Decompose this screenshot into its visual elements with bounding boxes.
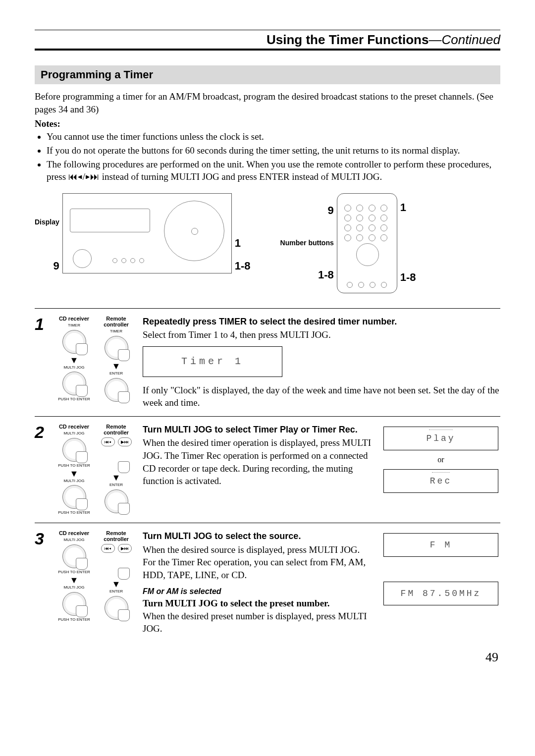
callout-1-8: 1-8 xyxy=(235,260,251,272)
multi-jog-caption: MULTI JOG xyxy=(55,432,93,436)
intro-text: Before programming a timer for an AM/FM … xyxy=(35,90,500,115)
number-buttons-label: Number buttons xyxy=(280,239,334,247)
multi-jog-dial-icon xyxy=(62,438,86,462)
step3-subhead: FM or AM is selected xyxy=(143,586,372,597)
or-label: or xyxy=(437,454,444,465)
page-header: Using the Timer Functions—Continued xyxy=(35,30,500,51)
step2-heading: Turn MULTI JOG to select Timer Play or T… xyxy=(143,424,372,435)
lcd-play: Play xyxy=(383,427,498,450)
cd-receiver-label: CD receiver xyxy=(55,424,93,430)
timer-button-icon xyxy=(62,330,86,354)
remote-controller-label: Remote controller xyxy=(98,530,135,542)
arrow-down-icon: ▼ xyxy=(98,473,135,482)
multi-jog-caption: MULTI JOG xyxy=(55,586,93,590)
enter-button-icon xyxy=(105,596,128,620)
enter-caption: ENTER xyxy=(98,590,135,594)
step1-line1: Select from Timer 1 to 4, then press MUL… xyxy=(143,328,500,341)
callout-1: 1 xyxy=(400,201,416,214)
step3-controls: CD receiver MULTI JOG PUSH TO ENTER ▼ MU… xyxy=(55,530,135,635)
page-title-light: —Continued xyxy=(428,32,500,47)
step3-heading: Turn MULTI JOG to select the source. xyxy=(143,530,372,542)
prev-track-icon: ⏮◀ xyxy=(101,437,115,446)
callout-9: 9 xyxy=(280,204,334,217)
next-track-icon: ▶⏭ xyxy=(118,544,132,553)
prev-track-icon: ⏮◀ xyxy=(101,544,115,553)
callout-9: 9 xyxy=(35,260,59,272)
multi-jog-caption: MULTI JOG xyxy=(55,366,93,370)
multi-jog-caption: MULTI JOG xyxy=(55,538,93,542)
step2-controls: CD receiver MULTI JOG PUSH TO ENTER ▼ MU… xyxy=(55,424,135,516)
enter-button-icon xyxy=(105,378,128,402)
step-number: 1 xyxy=(35,316,48,409)
page-number: 49 xyxy=(35,650,500,665)
enter-caption: ENTER xyxy=(98,483,135,487)
step3-bold-line: Turn MULTI JOG to select the preset numb… xyxy=(143,597,372,610)
push-to-enter-caption: PUSH TO ENTER xyxy=(55,511,93,515)
lcd-rec: Rec xyxy=(383,469,498,493)
step-number: 3 xyxy=(35,530,48,635)
step3-body1: When the desired source is displayed, pr… xyxy=(143,543,372,556)
next-track-icon: ▶⏭ xyxy=(118,437,132,446)
step1-line2: If only "Clock" is displayed, the day of… xyxy=(143,384,500,409)
arrow-down-icon: ▼ xyxy=(55,576,93,585)
multi-jog-dial-icon xyxy=(62,592,86,616)
cd-receiver-label: CD receiver xyxy=(55,530,93,536)
arrow-down-icon: ▼ xyxy=(55,356,93,365)
arrow-down-icon: ▼ xyxy=(98,362,135,371)
callout-1-8: 1-8 xyxy=(400,271,416,284)
arrow-down-icon: ▼ xyxy=(55,469,93,478)
notes-list: You cannot use the timer functions unles… xyxy=(35,130,500,183)
remote-controller-label: Remote controller xyxy=(98,424,135,435)
multi-jog-caption: MULTI JOG xyxy=(55,479,93,484)
timer-caption: TIMER xyxy=(55,324,93,328)
section-heading: Programming a Timer xyxy=(35,65,500,84)
note-item: The following procedures are performed o… xyxy=(47,158,500,183)
diagram-row: Display 9 1 1-8 9 Number buttons 1-8 xyxy=(35,193,500,293)
note-item: You cannot use the timer functions unles… xyxy=(47,130,500,143)
step-3: 3 CD receiver MULTI JOG PUSH TO ENTER ▼ … xyxy=(35,523,500,635)
page-title-bold: Using the Timer Functions xyxy=(267,32,428,47)
enter-button-icon xyxy=(105,489,128,513)
note-item: If you do not operate the buttons for 60… xyxy=(47,144,500,157)
step-number: 2 xyxy=(35,424,48,516)
step1-controls: CD receiver TIMER ▼ MULTI JOG PUSH TO EN… xyxy=(55,316,135,409)
push-to-enter-caption: PUSH TO ENTER xyxy=(55,570,93,575)
timer-button-icon xyxy=(105,336,128,360)
remote-controller-label: Remote controller xyxy=(98,316,135,327)
remote-diagram xyxy=(337,193,397,293)
multi-jog-dial-icon xyxy=(62,485,86,509)
notes-label: Notes: xyxy=(35,118,500,129)
callout-1: 1 xyxy=(235,237,251,250)
step-1: 1 CD receiver TIMER ▼ MULTI JOG PUSH TO … xyxy=(35,308,500,409)
step-2: 2 CD receiver MULTI JOG PUSH TO ENTER ▼ … xyxy=(35,416,500,516)
step1-heading: Repeatedly press TIMER to select the des… xyxy=(143,316,500,327)
step3-body3: When the desired preset number is displa… xyxy=(143,610,372,635)
lcd-fm-freq: FM 87.50MHz xyxy=(383,582,498,605)
push-to-enter-caption: PUSH TO ENTER xyxy=(55,397,93,402)
callout-1-8: 1-8 xyxy=(280,269,334,281)
cd-receiver-label: CD receiver xyxy=(55,316,93,322)
lcd-fm: F M xyxy=(383,533,498,557)
push-to-enter-caption: PUSH TO ENTER xyxy=(55,618,93,622)
multi-jog-dial-icon xyxy=(62,544,86,568)
unit-diagram xyxy=(62,193,232,273)
arrow-down-icon: ▼ xyxy=(98,580,135,589)
lcd-display: Timer 1 xyxy=(143,346,282,377)
step2-body: When the desired timer operation is disp… xyxy=(143,436,372,487)
display-label: Display xyxy=(35,218,59,226)
enter-caption: ENTER xyxy=(98,372,135,376)
timer-caption: TIMER xyxy=(98,329,135,334)
multi-jog-dial-icon xyxy=(62,372,86,395)
step3-body2: For the Timer Rec operation, you can sel… xyxy=(143,556,372,581)
push-to-enter-caption: PUSH TO ENTER xyxy=(55,464,93,468)
